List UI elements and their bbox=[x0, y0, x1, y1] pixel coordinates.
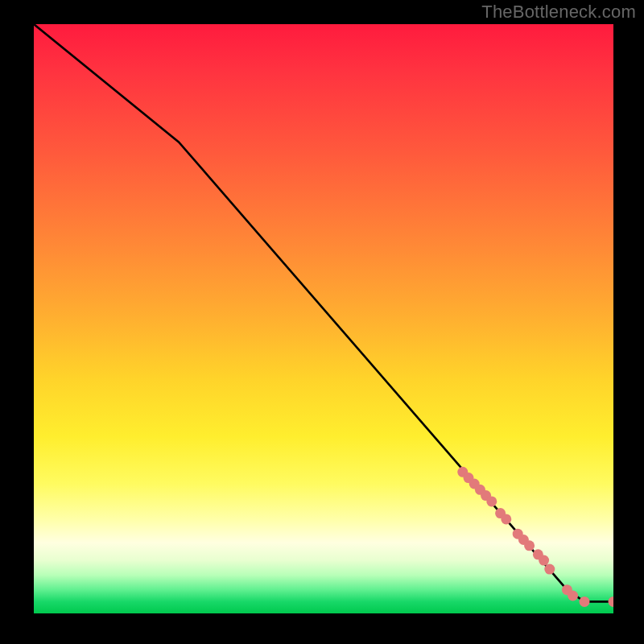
plot-area bbox=[34, 24, 613, 613]
marker-dot bbox=[568, 591, 578, 601]
marker-dot bbox=[544, 564, 555, 575]
marker-dot bbox=[609, 597, 614, 607]
marker-dot bbox=[580, 597, 590, 607]
marker-dot bbox=[524, 540, 535, 551]
bottleneck-curve bbox=[34, 24, 613, 601]
chart-frame: TheBottleneck.com bbox=[0, 0, 644, 644]
chart-overlay bbox=[34, 24, 613, 613]
highlight-markers bbox=[457, 467, 613, 607]
marker-dot bbox=[539, 555, 549, 566]
marker-dot bbox=[486, 496, 497, 506]
watermark-text: TheBottleneck.com bbox=[481, 2, 636, 23]
marker-dot bbox=[501, 514, 511, 524]
